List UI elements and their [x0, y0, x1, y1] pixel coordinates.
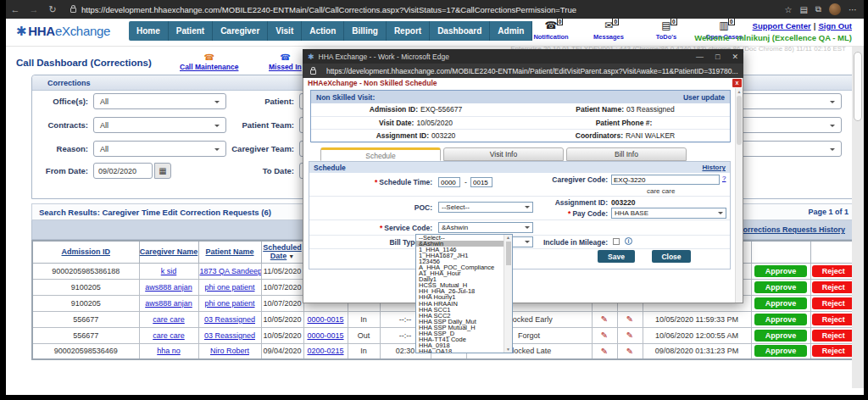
approve-button[interactable]: Approve — [754, 265, 807, 277]
note-icon[interactable]: ✎ — [626, 347, 633, 356]
approve-button[interactable]: Approve — [754, 330, 807, 342]
nav-tab-caregiver[interactable]: Caregiver — [213, 21, 268, 41]
approve-button[interactable]: Approve — [754, 297, 807, 309]
reason-select[interactable]: All — [93, 141, 226, 157]
schedule-time-from-input[interactable] — [438, 177, 460, 187]
scroll-down-icon[interactable]: ▼ — [504, 347, 512, 353]
nav-tab-dashboard[interactable]: Dashboard — [430, 21, 490, 41]
welcome-text: Welcome - mlnikunj (Excellence QA - ML) — [694, 33, 852, 42]
nav-tab-billing[interactable]: Billing — [344, 21, 387, 41]
reject-button[interactable]: Reject — [812, 314, 854, 325]
quick-link-notification[interactable]: ☎0Notification — [529, 20, 573, 41]
note-icon[interactable]: ✎ — [601, 331, 608, 340]
caregiver-link[interactable]: hha no — [157, 347, 181, 355]
patient-link[interactable]: 03 Reassigned — [204, 331, 255, 340]
nav-tab-home[interactable]: Home — [129, 21, 169, 41]
patient-link[interactable]: phi one patient — [204, 299, 254, 308]
approve-button[interactable]: Approve — [754, 314, 807, 325]
forward-icon[interactable]: → — [25, 4, 43, 14]
nav-tab-admin[interactable]: Admin — [490, 21, 532, 41]
scroll-up-icon[interactable]: ▲ — [504, 235, 512, 241]
save-button[interactable]: Save — [598, 250, 635, 263]
modal-scrollbar-thumb[interactable] — [737, 96, 742, 145]
coordinators-value: RANI WALKER — [626, 131, 675, 140]
poc-label: POC: — [309, 203, 432, 212]
maximize-icon[interactable]: □ — [715, 53, 720, 61]
note-icon[interactable]: ✎ — [601, 347, 608, 356]
corrections-history-link[interactable]: Corrections Requests History — [737, 225, 845, 234]
history-link[interactable]: History — [702, 164, 726, 171]
missed-calls-icon: ☎ — [280, 53, 290, 62]
caregiver-link[interactable]: aws888 anjan — [145, 283, 192, 292]
patient-link[interactable]: phi one patient — [204, 283, 254, 292]
call-maintenance-link[interactable]: ☎ Call Maintenance — [180, 53, 238, 71]
modal-close-button[interactable]: x — [732, 79, 742, 87]
back-icon[interactable]: ← — [6, 4, 25, 14]
nav-tab-action[interactable]: Action — [302, 21, 344, 41]
quick-link-todo-s[interactable]: ▤0ToDo's — [644, 20, 688, 41]
from-date-input[interactable] — [93, 163, 153, 179]
support-center-link[interactable]: Support Center — [753, 21, 811, 31]
note-icon[interactable]: ✎ — [626, 331, 633, 340]
contracts-select[interactable]: All — [93, 117, 226, 133]
extensions-icon[interactable]: ⧉ — [815, 4, 821, 14]
reject-button[interactable]: Reject — [812, 345, 854, 357]
sign-out-link[interactable]: Sign Out — [818, 21, 852, 31]
scheduled-time-link[interactable]: 0000-0015 — [307, 331, 343, 340]
to-date-label: To Date: — [209, 166, 294, 175]
quick-link-messages[interactable]: ✉0Messages — [587, 20, 631, 41]
caregiver-link[interactable]: care care — [153, 315, 185, 324]
nav-tab-visit[interactable]: Visit — [268, 21, 302, 41]
dropdown-option[interactable]: HHA_QA18 — [416, 348, 504, 353]
reject-button[interactable]: Reject — [812, 281, 854, 293]
pay-code-select[interactable]: HHA BASE — [611, 208, 726, 219]
caregiver-code-input[interactable] — [611, 175, 720, 185]
browser-menu-icon[interactable]: ⋯ — [849, 5, 857, 14]
reject-button[interactable]: Reject — [812, 330, 854, 342]
dropdown-scrollbar[interactable]: ▲ ▼ — [504, 235, 512, 353]
missed-in-link[interactable]: ☎ Missed In — [269, 53, 302, 71]
office-select[interactable]: All — [93, 93, 226, 109]
patient-link[interactable]: 03 Reassigned — [204, 315, 255, 324]
refresh-icon[interactable]: ↻ — [43, 4, 62, 15]
modal-scrollbar[interactable]: ▲ — [735, 88, 743, 303]
service-code-select[interactable]: &Ashwin — [438, 222, 533, 233]
chevron-down-icon — [830, 125, 835, 130]
reject-button[interactable]: Reject — [812, 265, 854, 277]
caregiver-link[interactable]: k sid — [161, 267, 177, 275]
approve-button[interactable]: Approve — [754, 345, 807, 357]
patient-link[interactable]: Niro Robert — [210, 347, 249, 355]
scroll-up-icon[interactable]: ▲ — [736, 88, 743, 95]
nav-tab-report[interactable]: Report — [387, 21, 430, 41]
nav-tab-patient[interactable]: Patient — [169, 21, 213, 41]
approve-button[interactable]: Approve — [754, 281, 807, 293]
dropdown-scrollbar-thumb[interactable] — [506, 242, 511, 265]
caregiver-code-help-link[interactable]: ? — [722, 175, 726, 182]
assignment-value: 003220 — [611, 198, 635, 207]
collections-icon[interactable]: ▤ — [799, 5, 807, 14]
hhaexchange-logo[interactable]: ✱HHAeXchange — [16, 24, 110, 39]
page-scrollbar[interactable] — [852, 47, 864, 388]
address-bar[interactable]: https://development.hhaexchange.com/MOBI… — [81, 5, 576, 14]
scheduled-time-link[interactable]: 0000-0015 — [307, 315, 343, 324]
calendar-icon[interactable]: ▦ — [154, 163, 171, 179]
patient-link[interactable]: 1873 QA Sandeep — [200, 267, 262, 275]
reject-button[interactable]: Reject — [812, 297, 854, 309]
tab-schedule[interactable]: Schedule — [320, 147, 441, 161]
scrollbar-thumb[interactable] — [854, 52, 862, 121]
tab-bill-info[interactable]: Bill Info — [566, 147, 687, 161]
tab-visit-info[interactable]: Visit Info — [443, 147, 564, 161]
mileage-checkbox[interactable] — [613, 238, 620, 245]
profile-avatar[interactable] — [829, 3, 841, 15]
close-icon[interactable]: ✕ — [732, 53, 738, 61]
chevron-down-icon — [718, 212, 723, 217]
note-icon[interactable]: ✎ — [601, 314, 608, 324]
favorite-star-icon[interactable]: ☆ — [784, 5, 792, 14]
close-button[interactable]: Close — [652, 250, 691, 263]
caregiver-link[interactable]: aws888 anjan — [145, 299, 192, 308]
note-icon[interactable]: ✎ — [626, 314, 633, 324]
modal-urlbar: https://development.hhaexchange.com/MOBI… — [303, 64, 743, 78]
minimize-icon[interactable]: — — [696, 53, 704, 61]
scheduled-time-link[interactable]: 0200-0215 — [307, 347, 343, 355]
caregiver-link[interactable]: care care — [153, 331, 185, 340]
